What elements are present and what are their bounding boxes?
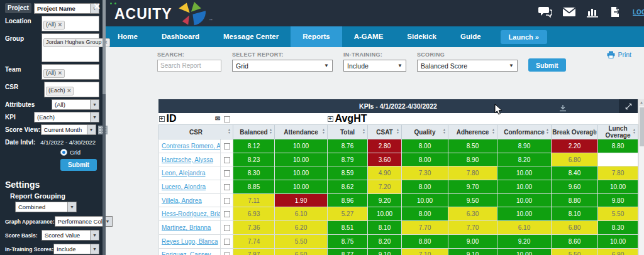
report-grouping-select[interactable]: Combined ▼ bbox=[15, 202, 77, 212]
score-view-label: Score View: bbox=[5, 124, 41, 133]
csr-multiselect[interactable]: (Each)✕ bbox=[44, 82, 99, 97]
logo-text: ACUITY bbox=[114, 6, 172, 23]
kpi-cell: 9.70 bbox=[448, 180, 497, 194]
chevron-down-icon: ▼ bbox=[90, 231, 99, 240]
row-checkbox-cell bbox=[221, 139, 233, 153]
sort-icon: ▲▼ bbox=[269, 128, 272, 134]
location-multiselect[interactable]: (All)✕ bbox=[42, 16, 99, 31]
launch-button[interactable]: Launch » bbox=[501, 30, 547, 44]
csr-link[interactable]: Martinez, Brianna bbox=[162, 224, 211, 231]
row-checkbox[interactable] bbox=[224, 239, 230, 245]
select-all-checkbox[interactable] bbox=[224, 116, 230, 122]
logout-link[interactable]: LOGOUT bbox=[633, 9, 644, 16]
col-adherence[interactable]: Adherence▲▼ bbox=[448, 125, 497, 139]
score-basis-select[interactable]: Scored Value ▼ bbox=[42, 230, 99, 241]
date-interval-value: 4/1/2022 - 4/30/2022 bbox=[40, 137, 99, 146]
col-conformance[interactable]: Conformance▲▼ bbox=[497, 125, 552, 139]
kpi-cell: 7.20 bbox=[368, 180, 402, 194]
col-balanced[interactable]: Balanced▲▼ bbox=[233, 125, 275, 139]
col-csat[interactable]: CSAT▲▼ bbox=[368, 125, 402, 139]
chevron-down-icon: ▼ bbox=[509, 63, 517, 68]
header-icons bbox=[538, 6, 622, 18]
in-training-scores-select[interactable]: Include ▼ bbox=[53, 244, 99, 254]
csr-name-cell: Enriquez, Cassey bbox=[159, 248, 221, 255]
remove-tag-icon[interactable]: ✕ bbox=[67, 88, 72, 94]
csr-link[interactable]: Hess-Rodriguez, Briana bbox=[162, 210, 221, 217]
bar-chart-icon[interactable] bbox=[586, 7, 600, 18]
csr-link[interactable]: Enriquez, Cassey bbox=[162, 251, 211, 255]
project-select[interactable]: Project Name ▼ bbox=[34, 3, 99, 14]
tab-home[interactable]: Home bbox=[106, 26, 150, 47]
row-checkbox[interactable] bbox=[224, 143, 230, 149]
col-break-overage[interactable]: Break Overage▲▼ bbox=[552, 125, 598, 139]
col-attendance[interactable]: Attendance▲▼ bbox=[275, 125, 328, 139]
kpi-cell: 8.90 bbox=[448, 153, 497, 166]
row-checkbox[interactable] bbox=[224, 198, 230, 204]
filter-sidebar: ✕ Project Project Name ▼ Location (All)✕… bbox=[0, 0, 106, 255]
csr-link[interactable]: Lucero, Alondra bbox=[162, 183, 206, 190]
group-multiselect[interactable]: Jordan Hughes Group✕ bbox=[42, 33, 99, 62]
tab-message-center[interactable]: Message Center bbox=[211, 26, 291, 47]
search-input[interactable] bbox=[157, 60, 221, 72]
grid-radio[interactable] bbox=[60, 149, 67, 156]
sort-icon: ▲▼ bbox=[362, 128, 365, 134]
kpi-cell: 8.79 bbox=[328, 153, 368, 166]
sidebar-submit-button[interactable]: Submit bbox=[60, 159, 97, 171]
kpi-row: KPI (Each) ▼ bbox=[5, 112, 99, 122]
scoring-select[interactable]: Balanced Score ▼ bbox=[417, 60, 518, 72]
csr-link[interactable]: Hantzsche, Alyssa bbox=[162, 156, 213, 163]
expand-icon[interactable] bbox=[619, 99, 638, 113]
csr-link[interactable]: Leon, Alejandra bbox=[162, 170, 206, 176]
tab-guide[interactable]: Guide bbox=[448, 26, 493, 47]
team-multiselect[interactable]: (All)✕ bbox=[42, 64, 99, 80]
row-checkbox[interactable] bbox=[224, 211, 230, 217]
table-scrollbar[interactable]: ▲ bbox=[638, 99, 644, 255]
col-lunch-overage[interactable]: Lunch Overage▲▼ bbox=[598, 125, 638, 139]
mail-column-icon[interactable]: ✉ bbox=[215, 116, 220, 122]
col-total[interactable]: Total▲▼ bbox=[328, 125, 368, 139]
sidebar-scrollbar[interactable] bbox=[103, 0, 106, 255]
scrollbar-thumb[interactable] bbox=[640, 107, 644, 146]
report-filters: SEARCH: SELECT REPORT: Grid ▼ IN-TRAININ… bbox=[157, 52, 566, 72]
scroll-up-arrow[interactable]: ▲ bbox=[639, 99, 644, 106]
kpi-cell: 10.00 bbox=[598, 180, 638, 194]
print-link[interactable]: Print bbox=[607, 51, 631, 58]
expand-group-icon[interactable]: + bbox=[328, 116, 333, 122]
in-training-select[interactable]: Include ▼ bbox=[343, 60, 406, 72]
kpi-cell: 8.59 bbox=[328, 166, 368, 180]
score-view-select[interactable]: Current Month ▼ bbox=[41, 124, 96, 135]
row-checkbox[interactable] bbox=[224, 184, 230, 190]
kpi-cell: 8.10 bbox=[368, 221, 402, 235]
attributes-select[interactable]: (All) ▼ bbox=[52, 99, 99, 110]
row-checkbox[interactable] bbox=[224, 225, 230, 231]
chat-icon[interactable] bbox=[538, 6, 552, 18]
filters-submit-button[interactable]: Submit bbox=[528, 58, 566, 72]
remove-tag-icon[interactable]: ✕ bbox=[58, 70, 62, 76]
kpi-cell: 10.00 bbox=[402, 193, 448, 207]
close-icon[interactable]: ✕ bbox=[93, 2, 101, 11]
table-row: Contreras Romero, Aurora8.1210.008.762.8… bbox=[159, 139, 638, 153]
tab-sidekick[interactable]: Sidekick bbox=[395, 26, 448, 47]
mail-icon[interactable] bbox=[562, 7, 576, 17]
col-csr[interactable]: CSR▲▼ bbox=[159, 125, 233, 139]
row-checkbox[interactable] bbox=[224, 157, 230, 163]
tab-dashboard[interactable]: Dashboard bbox=[150, 26, 211, 47]
report-select[interactable]: Grid ▼ bbox=[232, 60, 333, 72]
export-report-icon[interactable] bbox=[610, 6, 622, 18]
kpi-cell: 8.30 bbox=[233, 166, 275, 180]
kpi-cell: 10.00 bbox=[497, 248, 552, 255]
printer-icon bbox=[607, 51, 615, 58]
csr-link[interactable]: Reyes Lugo, Blanca bbox=[162, 238, 218, 245]
download-icon[interactable] bbox=[559, 102, 567, 116]
row-checkbox[interactable] bbox=[224, 252, 230, 255]
tab-reports[interactable]: Reports bbox=[291, 26, 341, 47]
tab-a-game[interactable]: A-GAME bbox=[342, 26, 396, 47]
csr-link[interactable]: Contreras Romero, Aurora bbox=[162, 143, 221, 149]
col-quality[interactable]: Quality▲▼ bbox=[402, 125, 448, 139]
expand-group-icon[interactable]: + bbox=[159, 116, 165, 122]
row-checkbox[interactable] bbox=[224, 170, 230, 176]
remove-tag-icon[interactable]: ✕ bbox=[58, 22, 62, 28]
kpi-select[interactable]: (Each) ▼ bbox=[34, 112, 99, 122]
column-header-row: CSR▲▼ Balanced▲▼ Attendance▲▼ Total▲▼ CS… bbox=[159, 125, 638, 139]
csr-link[interactable]: Villela, Andrea bbox=[162, 197, 202, 204]
